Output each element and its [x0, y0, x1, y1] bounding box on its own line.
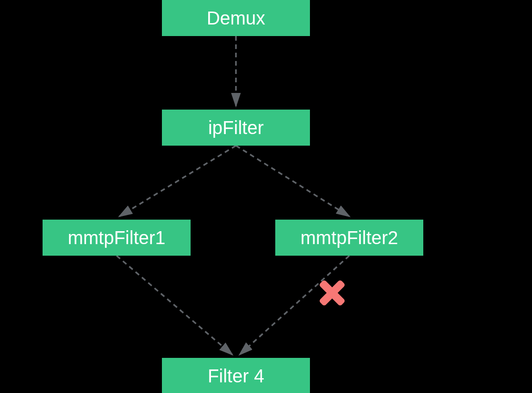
node-filter4-label: Filter 4: [208, 366, 264, 387]
node-ipfilter: ipFilter: [162, 110, 310, 146]
connectors-layer: [0, 0, 532, 393]
blocked-cross-icon: [315, 276, 349, 316]
node-mmtpfilter2-label: mmtpFilter2: [300, 227, 398, 248]
node-filter4: Filter 4: [162, 358, 310, 393]
filter-diagram: Demux ipFilter mmtpFilter1 mmtpFilter2 F…: [0, 0, 532, 393]
node-mmtpfilter2: mmtpFilter2: [275, 220, 423, 256]
node-mmtpfilter1-label: mmtpFilter1: [68, 227, 165, 248]
node-demux-label: Demux: [207, 8, 266, 29]
node-demux: Demux: [162, 0, 310, 36]
node-ipfilter-label: ipFilter: [208, 117, 264, 138]
edge-mmtpfilter1-filter4: [117, 256, 232, 355]
node-mmtpfilter1: mmtpFilter1: [43, 220, 191, 256]
edge-ipfilter-mmtpfilter2: [236, 146, 349, 216]
edge-ipfilter-mmtpfilter1: [119, 146, 236, 216]
